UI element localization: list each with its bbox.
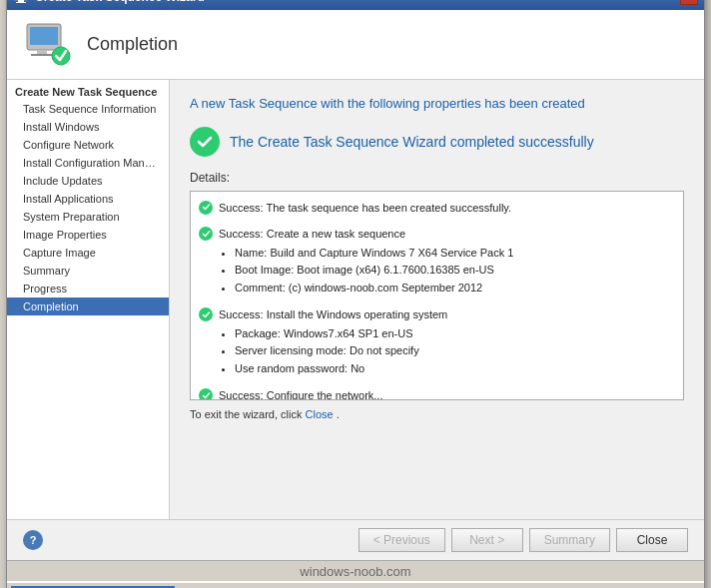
svg-rect-5 bbox=[30, 27, 58, 45]
watermark: windows-noob.com bbox=[7, 560, 704, 581]
sidebar-item-system-preparation[interactable]: System Preparation bbox=[7, 208, 169, 226]
bottom-bar: ? < Previous Next > Summary Close bbox=[7, 519, 704, 560]
sidebar-item-task-sequence-information[interactable]: Task Sequence Information bbox=[7, 100, 169, 118]
success-banner: The Create Task Sequence Wizard complete… bbox=[190, 127, 684, 157]
taskbar-strip: Create Task Sequence Wizard bbox=[7, 581, 704, 589]
sidebar-item-install-windows[interactable]: Install Windows bbox=[7, 118, 169, 136]
success-text: The Create Task Sequence Wizard complete… bbox=[230, 134, 594, 150]
success-circle-icon bbox=[190, 127, 220, 157]
detail-entry-1: Success: The task sequence has been crea… bbox=[199, 200, 675, 217]
window-title: Create Task Sequence Wizard bbox=[35, 0, 205, 4]
detail-text-2: Success: Create a new task sequence Name… bbox=[219, 226, 513, 296]
summary-button[interactable]: Summary bbox=[529, 528, 610, 552]
svg-rect-2 bbox=[18, 0, 24, 2]
sidebar-item-install-applications[interactable]: Install Applications bbox=[7, 190, 169, 208]
svg-point-8 bbox=[52, 47, 70, 65]
detail-list-item: Use random password: No bbox=[235, 360, 447, 377]
detail-entry-2: Success: Create a new task sequence Name… bbox=[199, 226, 675, 296]
detail-list-item: Name: Build and Capture Windows 7 X64 Se… bbox=[235, 245, 513, 262]
detail-list-2: Name: Build and Capture Windows 7 X64 Se… bbox=[235, 245, 513, 296]
sidebar-item-install-configuration-manager[interactable]: Install Configuration Manag... bbox=[7, 154, 169, 172]
sidebar-item-summary[interactable]: Summary bbox=[7, 262, 169, 280]
sidebar-item-capture-image[interactable]: Capture Image bbox=[7, 244, 169, 262]
detail-text-3: Success: Install the Windows operating s… bbox=[219, 306, 447, 377]
bottom-bar-left: ? bbox=[23, 530, 43, 550]
header-icon bbox=[23, 20, 71, 68]
details-box[interactable]: Success: The task sequence has been crea… bbox=[190, 191, 684, 400]
sidebar-item-configure-network[interactable]: Configure Network bbox=[7, 136, 169, 154]
detail-entry-3: Success: Install the Windows operating s… bbox=[199, 306, 675, 377]
detail-success-icon-1 bbox=[199, 201, 213, 215]
detail-list-item: Boot Image: Boot image (x64) 6.1.7600.16… bbox=[235, 262, 513, 279]
svg-rect-6 bbox=[37, 50, 47, 54]
sidebar-section-header: Create New Task Sequence bbox=[7, 80, 169, 100]
next-button[interactable]: Next > bbox=[451, 528, 523, 552]
sidebar-item-include-updates[interactable]: Include Updates bbox=[7, 172, 169, 190]
detail-text-4: Success: Configure the network... bbox=[219, 387, 382, 400]
detail-success-icon-3 bbox=[199, 307, 213, 321]
bottom-bar-buttons: < Previous Next > Summary Close bbox=[358, 528, 688, 552]
help-button[interactable]: ? bbox=[23, 530, 43, 550]
sidebar-item-progress[interactable]: Progress bbox=[7, 280, 169, 297]
main-content: A new Task Sequence with the following p… bbox=[170, 80, 704, 519]
sidebar: Create New Task Sequence Task Sequence I… bbox=[7, 80, 170, 519]
main-heading: A new Task Sequence with the following p… bbox=[190, 96, 684, 111]
header-strip: Completion bbox=[7, 10, 704, 80]
detail-list-3: Package: Windows7.x64 SP1 en-US Server l… bbox=[235, 325, 447, 377]
detail-text-1: Success: The task sequence has been crea… bbox=[219, 200, 511, 217]
detail-list-item: Comment: (c) windows-noob.com September … bbox=[235, 280, 513, 296]
details-label: Details: bbox=[190, 171, 684, 185]
body: Create New Task Sequence Task Sequence I… bbox=[7, 80, 704, 519]
detail-success-icon-2 bbox=[199, 227, 213, 241]
close-button[interactable]: Close bbox=[616, 528, 688, 552]
svg-rect-3 bbox=[16, 2, 26, 3]
close-link[interactable]: Close bbox=[306, 408, 334, 420]
wizard-icon bbox=[13, 0, 29, 5]
sidebar-item-image-properties[interactable]: Image Properties bbox=[7, 226, 169, 244]
svg-rect-7 bbox=[31, 54, 53, 56]
footer-note: To exit the wizard, click Close . bbox=[190, 408, 684, 420]
detail-list-item: Package: Windows7.x64 SP1 en-US bbox=[235, 325, 447, 342]
title-bar: Create Task Sequence Wizard ✕ bbox=[7, 0, 704, 10]
close-window-button[interactable]: ✕ bbox=[680, 0, 698, 5]
detail-list-item: Server licensing mode: Do not specify bbox=[235, 342, 447, 359]
detail-success-icon-4 bbox=[199, 388, 213, 400]
sidebar-item-completion[interactable]: Completion bbox=[7, 297, 169, 315]
detail-entry-4: Success: Configure the network... bbox=[199, 387, 675, 400]
previous-button[interactable]: < Previous bbox=[358, 528, 445, 552]
header-title: Completion bbox=[87, 34, 178, 55]
